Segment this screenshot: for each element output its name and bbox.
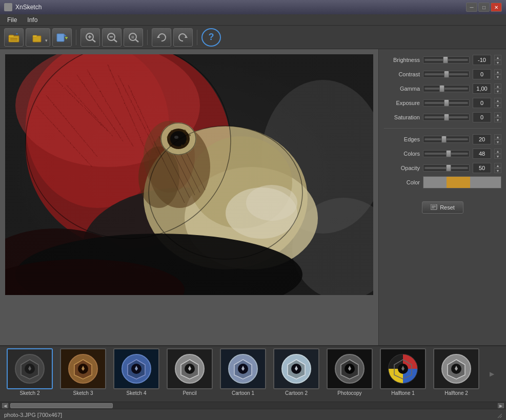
thumb-cartoon2[interactable]: Cartoon 2 — [271, 348, 322, 400]
thumb-pencil[interactable]: Pencil — [164, 348, 215, 400]
thumb-img-pencil — [167, 348, 213, 389]
color-swatch[interactable] — [423, 176, 501, 188]
exposure-down[interactable]: ▼ — [494, 103, 501, 108]
contrast-down[interactable]: ▼ — [494, 74, 501, 79]
saturation-down[interactable]: ▼ — [494, 117, 501, 122]
edges-spinner[interactable]: ▲ ▼ — [494, 134, 501, 144]
saturation-up[interactable]: ▲ — [494, 112, 501, 117]
thumb-halftone1[interactable]: Halftone 1 — [377, 348, 429, 400]
thumb-img-sketch4 — [113, 348, 159, 389]
gamma-up[interactable]: ▲ — [494, 83, 501, 89]
edges-slider[interactable] — [423, 136, 470, 143]
scrollbar-thumb[interactable] — [10, 403, 113, 408]
help-button[interactable]: ? — [201, 28, 221, 47]
color-label: Color — [384, 179, 420, 185]
exposure-row: Exposure 0 ▲ ▼ — [384, 97, 501, 109]
edges-down[interactable]: ▼ — [494, 139, 501, 144]
brightness-value: -10 — [473, 55, 491, 65]
thumb-img-halftone2 — [433, 348, 479, 389]
thumb-photocopy[interactable]: Photocopy — [324, 348, 375, 400]
brightness-up[interactable]: ▲ — [494, 55, 501, 60]
toolbar: ▾ ⊠ — [0, 26, 506, 49]
export-button[interactable] — [52, 28, 72, 47]
zoom-in-button[interactable] — [80, 28, 100, 47]
app-icon — [4, 3, 12, 11]
svg-rect-1 — [9, 35, 14, 37]
contrast-slider[interactable] — [423, 71, 470, 78]
saturation-slider[interactable] — [423, 114, 470, 121]
brightness-spinner[interactable]: ▲ ▼ — [494, 55, 501, 65]
status-bar: photo-3.JPG [700x467] — [0, 409, 506, 420]
right-panel: Brightness -10 ▲ ▼ Contrast 0 ▲ ▼ — [378, 49, 506, 345]
svg-rect-5 — [57, 34, 64, 41]
exposure-slider[interactable] — [423, 99, 470, 107]
thumb-cartoon1[interactable]: Cartoon 1 — [217, 348, 269, 400]
edges-up[interactable]: ▲ — [494, 134, 501, 139]
thumb-label-sketch4: Sketch 4 — [127, 390, 147, 396]
edges-value: 20 — [473, 134, 491, 144]
zoom-out-button[interactable] — [102, 28, 122, 47]
colors-row: Colors 48 ▲ ▼ — [384, 148, 501, 159]
saturation-label: Saturation — [384, 114, 420, 120]
zoom-fit-button[interactable]: ⊠ — [124, 28, 143, 47]
colors-up[interactable]: ▲ — [494, 149, 501, 154]
thumb-scrollbar[interactable]: ◀ ▶ — [0, 402, 506, 409]
thumb-sketch2[interactable]: Sketch 2 — [4, 348, 55, 400]
maximize-button[interactable]: □ — [478, 3, 490, 12]
gamma-spinner[interactable]: ▲ ▼ — [494, 83, 501, 94]
rotate-ccw-button[interactable] — [152, 28, 171, 47]
menu-bar: File Info — [0, 14, 506, 26]
svg-line-17 — [135, 39, 138, 42]
opacity-spinner[interactable]: ▲ ▼ — [494, 163, 501, 173]
thumb-label-sketch2: Sketch 2 — [20, 390, 40, 396]
close-button[interactable]: ✕ — [491, 3, 502, 12]
contrast-spinner[interactable]: ▲ ▼ — [494, 69, 501, 79]
scroll-right-button[interactable]: ▶ — [498, 403, 504, 408]
rotate-cw-button[interactable] — [173, 28, 193, 47]
thumb-label-cartoon2: Cartoon 2 — [285, 390, 308, 396]
colors-label: Colors — [384, 151, 420, 157]
center-section: Brightness -10 ▲ ▼ Contrast 0 ▲ ▼ — [0, 49, 506, 345]
canvas-image — [5, 54, 373, 295]
open-recent-button[interactable]: ▾ — [26, 28, 50, 47]
gamma-slider[interactable] — [423, 85, 470, 92]
thumb-label-halftone2: Halftone 2 — [444, 390, 468, 396]
brightness-down[interactable]: ▼ — [494, 60, 501, 65]
svg-rect-68 — [5, 54, 373, 295]
reset-button[interactable]: Reset — [422, 201, 463, 214]
canvas-area — [0, 49, 378, 345]
exposure-spinner[interactable]: ▲ ▼ — [494, 98, 501, 108]
color-row: Color — [384, 177, 501, 188]
scroll-left-button[interactable]: ◀ — [2, 403, 8, 408]
thumb-img-sketch2 — [7, 348, 53, 389]
thumb-img-photocopy — [327, 348, 373, 389]
saturation-spinner[interactable]: ▲ ▼ — [494, 112, 501, 122]
contrast-row: Contrast 0 ▲ ▼ — [384, 69, 501, 80]
open-folder-button[interactable] — [4, 28, 24, 47]
menu-file[interactable]: File — [2, 15, 22, 25]
contrast-up[interactable]: ▲ — [494, 69, 501, 74]
menu-info[interactable]: Info — [22, 15, 43, 25]
svg-marker-19 — [157, 35, 160, 38]
gamma-down[interactable]: ▼ — [494, 89, 501, 94]
brightness-slider[interactable] — [423, 56, 470, 64]
thumb-label-sketch3: Sketch 3 — [73, 390, 93, 396]
colors-slider[interactable] — [423, 150, 470, 157]
exposure-up[interactable]: ▲ — [494, 98, 501, 103]
colors-down[interactable]: ▼ — [494, 154, 501, 159]
file-info: photo-3.JPG [700x467] — [4, 412, 62, 418]
opacity-slider[interactable] — [423, 164, 470, 172]
thumb-img-halftone1 — [380, 348, 426, 389]
thumb-img-cartoon1 — [220, 348, 266, 389]
opacity-down[interactable]: ▼ — [494, 168, 501, 173]
saturation-value: 0 — [473, 112, 491, 122]
opacity-value: 50 — [473, 163, 491, 173]
colors-spinner[interactable]: ▲ ▼ — [494, 149, 501, 159]
opacity-up[interactable]: ▲ — [494, 163, 501, 168]
thumb-sketch4[interactable]: Sketch 4 — [111, 348, 162, 400]
thumb-halftone2[interactable]: Halftone 2 — [431, 348, 482, 400]
minimize-button[interactable]: ─ — [466, 3, 477, 12]
svg-rect-4 — [33, 35, 37, 37]
thumb-sketch3[interactable]: Sketch 3 — [57, 348, 109, 400]
svg-marker-2 — [16, 33, 18, 35]
